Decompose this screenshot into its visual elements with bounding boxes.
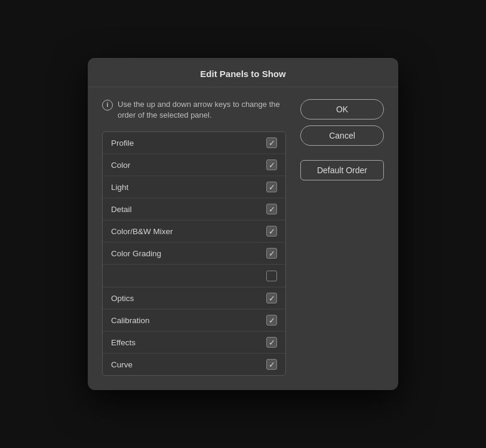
panel-item-curve[interactable]: Curve✓	[103, 354, 285, 375]
panel-label-calibration: Calibration	[111, 316, 150, 325]
ok-button[interactable]: OK	[300, 99, 384, 119]
checkbox-color-grading[interactable]: ✓	[266, 248, 277, 259]
panel-label-color-grading: Color Grading	[111, 249, 161, 258]
checkbox-calibration[interactable]: ✓	[266, 315, 277, 326]
dialog-body: i Use the up and down arrow keys to chan…	[88, 87, 398, 390]
checkbox-color-bw-mixer[interactable]: ✓	[266, 226, 277, 237]
left-section: i Use the up and down arrow keys to chan…	[102, 99, 286, 376]
cancel-button[interactable]: Cancel	[300, 125, 384, 146]
checkmark-color-grading: ✓	[269, 250, 275, 257]
panel-item-detail[interactable]: Detail✓	[103, 198, 285, 220]
panel-label-optics: Optics	[111, 294, 134, 303]
panel-label-light: Light	[111, 183, 128, 192]
panel-list: Profile✓Color✓Light✓Detail✓Color/B&W Mix…	[102, 131, 286, 376]
checkbox-curve[interactable]: ✓	[266, 359, 277, 370]
checkbox-optics[interactable]: ✓	[266, 293, 277, 303]
checkmark-calibration: ✓	[269, 317, 275, 324]
panel-label-color-bw-mixer: Color/B&W Mixer	[111, 227, 173, 236]
edit-panels-dialog: Edit Panels to Show i Use the up and dow…	[88, 58, 398, 390]
panel-item-profile[interactable]: Profile✓	[103, 132, 285, 154]
panel-label-color: Color	[111, 161, 130, 170]
panel-item-effects[interactable]: Effects✓	[103, 332, 285, 354]
checkmark-color-bw-mixer: ✓	[269, 228, 275, 235]
checkmark-light: ✓	[269, 183, 275, 191]
info-row: i Use the up and down arrow keys to chan…	[102, 99, 286, 121]
panel-item-empty[interactable]	[103, 265, 285, 287]
dialog-title-bar: Edit Panels to Show	[88, 58, 398, 87]
checkmark-curve: ✓	[269, 361, 275, 369]
checkmark-detail: ✓	[269, 205, 275, 213]
checkbox-profile[interactable]: ✓	[266, 137, 277, 148]
checkbox-light[interactable]: ✓	[266, 182, 277, 192]
checkmark-effects: ✓	[269, 339, 275, 346]
panel-label-profile: Profile	[111, 139, 134, 148]
panel-item-color-grading[interactable]: Color Grading✓	[103, 243, 285, 265]
checkmark-color: ✓	[269, 161, 275, 169]
checkmark-optics: ✓	[269, 294, 275, 302]
info-text: Use the up and down arrow keys to change…	[118, 99, 286, 121]
panel-item-light[interactable]: Light✓	[103, 176, 285, 198]
panel-label-detail: Detail	[111, 205, 132, 214]
panel-item-color[interactable]: Color✓	[103, 154, 285, 176]
checkbox-empty[interactable]	[266, 271, 277, 281]
checkbox-color[interactable]: ✓	[266, 159, 277, 170]
checkmark-profile: ✓	[269, 139, 275, 147]
dialog-title: Edit Panels to Show	[200, 69, 285, 79]
panel-item-optics[interactable]: Optics✓	[103, 287, 285, 309]
panel-label-effects: Effects	[111, 338, 136, 347]
panel-label-curve: Curve	[111, 360, 133, 369]
dialog-backdrop: Edit Panels to Show i Use the up and dow…	[0, 0, 486, 448]
checkbox-effects[interactable]: ✓	[266, 337, 277, 348]
right-section: OK Cancel Default Order	[300, 99, 384, 376]
default-order-button[interactable]: Default Order	[300, 160, 384, 180]
info-icon: i	[102, 100, 113, 111]
panel-item-calibration[interactable]: Calibration✓	[103, 309, 285, 332]
checkbox-detail[interactable]: ✓	[266, 204, 277, 214]
panel-item-color-bw-mixer[interactable]: Color/B&W Mixer✓	[103, 220, 285, 243]
